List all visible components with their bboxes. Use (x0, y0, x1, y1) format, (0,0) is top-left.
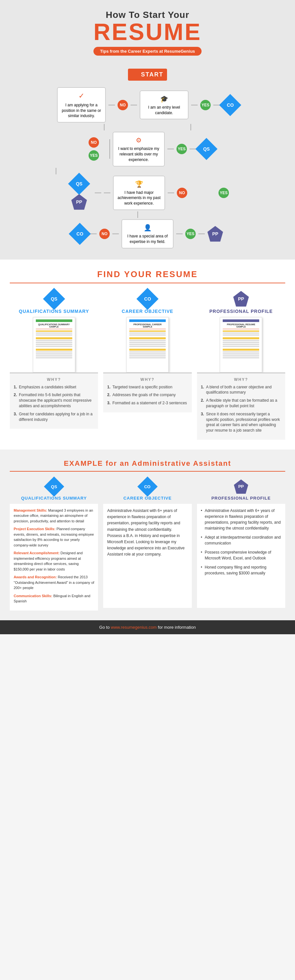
qs-example-badge: QS (44, 477, 64, 497)
qs-badge-2: QS (68, 173, 90, 195)
find-section: FIND YOUR RESUME QS QUALIFICATIONS SUMMA… (0, 259, 295, 450)
co-why-1: Targeted toward a specific position (107, 385, 188, 390)
qs-badge-1: QS (195, 138, 217, 160)
qs-why-1: Emphasizes a candidates skillset (14, 385, 94, 390)
pp-example-content: Administrative Assistant with 6+ years o… (197, 504, 285, 608)
flowchart-section: START ✓ I am applying for a position in … (0, 62, 295, 259)
badge-yes-1: YES (200, 100, 210, 110)
pp-thumbnail: PROFESSIONAL RESUME SAMPLE (220, 317, 262, 372)
type-col-qs: QS QUALIFICATIONS SUMMARY QUALIFICATIONS… (10, 291, 98, 429)
example-section-title: EXAMPLE for an Administrative Assistant (10, 459, 285, 472)
pp-bullet-4: Honed company filing and reporting proce… (201, 564, 281, 576)
find-section-title: FIND YOUR RESUME (10, 269, 285, 283)
type-col-co: CO CAREER OBJECTIVE PROFESSIONAL CAREER … (103, 291, 191, 412)
resume-types-grid: QS QUALIFICATIONS SUMMARY QUALIFICATIONS… (10, 291, 285, 440)
badge-no-1: NO (118, 100, 128, 110)
badge-yes-4: YES (218, 188, 229, 198)
badge-no-3: NO (177, 188, 187, 198)
badge-yes-5: YES (185, 229, 196, 239)
start-button: START (128, 68, 167, 81)
tips-brand: ResumeGenius (164, 49, 195, 54)
example-col-co: CO CAREER OBJECTIVE Administrative Assis… (103, 479, 191, 608)
co-why-section: WHY? Targeted toward a specific position… (103, 372, 191, 412)
co-thumbnail: PROFESSIONAL CAREER SAMPLE (126, 317, 169, 372)
pp-example-title: PROFESSIONAL PROFILE (211, 496, 271, 501)
pp-example-badge: PP (234, 479, 248, 494)
badge-no-2: NO (89, 137, 99, 148)
footer-url[interactable]: www.resumegenius.com (111, 625, 156, 630)
type-col-pp: PP PROFESSIONAL PROFILE PROFESSIONAL RES… (197, 291, 285, 440)
page-header: How To Start Your RESUME Tips from the C… (0, 0, 295, 62)
tips-bar: Tips from the Career Experts at ResumeGe… (94, 47, 201, 56)
co-diamond-badge: CO (136, 288, 159, 310)
example-col-pp: PP PROFESSIONAL PROFILE Administrative A… (197, 479, 285, 608)
co-badge-1: CO (219, 94, 241, 116)
header-title: RESUME (6, 20, 289, 44)
qs-diamond-badge: QS (43, 288, 65, 310)
qs-thumbnail: QUALIFICATIONS SUMMARY SAMPLE (33, 317, 75, 372)
tips-text: Tips from the Career Experts at (100, 49, 163, 54)
flowchart-node-q1: ✓ I am applying for a position in the sa… (57, 87, 106, 123)
flowchart-node-q-achieve: 🏆 I have had major achievements in my pa… (113, 176, 165, 210)
page-footer: Go to www.resumegenius.com for more info… (0, 620, 295, 634)
qs-why-3: Great for candidates applying for a job … (14, 412, 94, 423)
badge-no-4: NO (99, 229, 110, 239)
flowchart-node-q-special: 👤 I have a special area of expertise in … (121, 219, 174, 248)
pp-why-1: A blend of both a career objective and q… (201, 385, 281, 396)
pp-badge-1: PP (71, 194, 87, 210)
pp-why-2: A flexible style that can be formatted a… (201, 398, 281, 409)
pp-pentagon-badge: PP (233, 291, 249, 307)
badge-yes-2: YES (89, 150, 99, 161)
pp-badge-2: PP (207, 226, 223, 242)
co-example-badge: CO (137, 477, 158, 497)
pp-why-section: WHY? A blend of both a career objective … (197, 372, 285, 440)
qs-example-content: Management Skills: Managed 3 employees i… (10, 504, 98, 611)
footer-text: Go to (99, 625, 110, 630)
example-section: EXAMPLE for an Administrative Assistant … (0, 450, 295, 620)
pp-bullet-3: Possess comprehensive knowledge of Micro… (201, 549, 281, 561)
co-badge-2: CO (69, 223, 91, 245)
badge-yes-3: YES (177, 144, 187, 154)
pp-bullet-2: Adept at interdepartmental coordination … (201, 535, 281, 546)
qs-why-2: Formatted into 5-6 bullet points that sh… (14, 392, 94, 409)
footer-suffix: for more information (158, 625, 196, 630)
co-why-3: Formatted as a statement of 2-3 sentence… (107, 400, 188, 406)
example-col-qs: QS QUALIFICATIONS SUMMARY Management Ski… (10, 479, 98, 611)
co-why-2: Addresses the goals of the company (107, 392, 188, 398)
co-example-content: Administrative Assistant with 6+ years o… (103, 504, 191, 608)
example-grid: QS QUALIFICATIONS SUMMARY Management Ski… (10, 479, 285, 611)
qs-why-section: WHY? Emphasizes a candidates skillset Fo… (10, 372, 98, 429)
flowchart-node-q-entry: 🎓 I am an entry level candidate. (140, 91, 188, 120)
pp-type-title: PROFESSIONAL PROFILE (209, 309, 273, 314)
pp-why-3: Since it does not necessarily target a s… (201, 412, 281, 433)
pp-bullet-1: Administrative Assistant with 6+ years o… (201, 508, 281, 531)
flowchart-node-q-skills: ⚙ I want to emphasize my relevant skills… (113, 132, 165, 166)
